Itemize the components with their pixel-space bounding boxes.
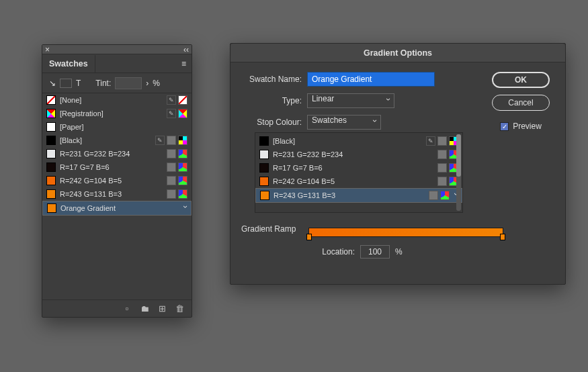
close-icon[interactable]: ×: [45, 45, 50, 54]
process-icon: [437, 136, 447, 146]
swatch-row[interactable]: [None]✎: [42, 93, 192, 107]
rgb-icon: [178, 176, 187, 185]
swatches-panel: × ‹‹ Swatches ≡ ↘ T Tint: › % [None]✎[Re…: [42, 44, 192, 318]
swatch-thumb: [46, 109, 56, 118]
panel-tabs: Swatches ≡: [42, 54, 192, 73]
swatch-thumb: [46, 189, 56, 199]
stop-list-item[interactable]: [Black]✎: [255, 134, 462, 148]
collapse-icon[interactable]: ‹‹: [183, 45, 189, 54]
swatch-row[interactable]: [Registration]✎: [42, 107, 192, 120]
location-unit: %: [395, 247, 403, 257]
location-input[interactable]: [360, 245, 390, 259]
swatch-row[interactable]: R=231 G=232 B=234: [42, 147, 192, 160]
swatch-label: R=17 G=7 B=6: [60, 163, 163, 171]
ok-button[interactable]: OK: [492, 72, 550, 88]
swatch-label: R=242 G=104 B=5: [273, 177, 433, 185]
swatch-thumb: [259, 136, 269, 146]
rgb-icon: [178, 189, 187, 199]
type-select[interactable]: Linear: [307, 93, 394, 108]
tint-step-icon[interactable]: ›: [146, 79, 149, 88]
swatch-label: [Registration]: [60, 109, 163, 118]
stop-list-item[interactable]: R=231 G=232 B=234: [255, 148, 462, 161]
swatch-thumb: [259, 177, 269, 186]
none-icon: [178, 95, 187, 105]
swatch-label: R=243 G=131 B=3: [274, 191, 425, 199]
process-icon: [167, 136, 176, 145]
swatch-label: R=243 G=131 B=3: [60, 190, 163, 198]
gradient-ramp[interactable]: [308, 228, 503, 237]
new-swatch-icon[interactable]: ⊞: [157, 304, 167, 314]
non-editable-icon: ✎: [426, 136, 435, 146]
swatch-list: [None]✎[Registration]✎[Paper][Black]✎R=2…: [42, 93, 192, 299]
swatch-name-input[interactable]: [307, 72, 435, 87]
rgb-icon: [440, 191, 450, 200]
swatch-thumb: [46, 122, 56, 132]
stop-colour-label: Stop Colour:: [241, 118, 302, 127]
swatch-thumb: [259, 163, 269, 173]
swatch-label: [Black]: [273, 137, 422, 145]
tint-input[interactable]: [115, 77, 142, 89]
process-icon: [167, 189, 176, 199]
tab-swatches[interactable]: Swatches: [42, 55, 95, 73]
swatch-label: Orange Gradient: [60, 204, 175, 212]
folder-icon[interactable]: 🖿: [139, 304, 150, 314]
swatch-row[interactable]: R=242 G=104 B=5: [42, 174, 192, 187]
preview-label: Preview: [513, 122, 542, 131]
swatch-thumb: [46, 162, 56, 172]
swatch-label: [Black]: [60, 136, 151, 144]
type-label: Type:: [241, 96, 302, 105]
swatch-row[interactable]: [Paper]: [42, 120, 192, 134]
tint-row: ↘ T Tint: › %: [42, 73, 192, 93]
swatch-row[interactable]: R=17 G=7 B=6: [42, 160, 192, 174]
tint-unit: %: [153, 79, 160, 88]
process-icon: [437, 150, 447, 159]
gradient-ramp-label: Gradient Ramp: [241, 224, 296, 234]
panel-footer: ▫ 🖿 ⊞ 🗑: [42, 299, 192, 317]
eyedropper-icon[interactable]: ↘: [49, 79, 56, 88]
stop-list-item[interactable]: R=17 G=7 B=6: [255, 161, 462, 175]
swatch-name-label: Swatch Name:: [241, 75, 302, 84]
process-icon: [167, 162, 176, 172]
non-editable-icon: ✎: [167, 95, 176, 105]
swatch-label: R=17 G=7 B=6: [273, 164, 433, 172]
process-icon: [437, 177, 447, 186]
gradient-stop-right[interactable]: [500, 234, 505, 240]
dialog-title: Gradient Options: [230, 44, 565, 62]
swatch-thumb: [260, 191, 269, 200]
process-icon: [167, 149, 176, 158]
cancel-button[interactable]: Cancel: [492, 95, 550, 111]
process-icon: [437, 163, 447, 173]
trash-icon[interactable]: 🗑: [174, 304, 185, 314]
rgb-icon: [178, 149, 187, 158]
stop-list-item[interactable]: R=242 G=104 B=5: [255, 175, 462, 188]
preview-checkbox[interactable]: ✓ Preview: [500, 122, 542, 131]
swatch-label: [Paper]: [60, 123, 183, 131]
panel-drag-handle[interactable]: × ‹‹: [42, 45, 192, 54]
swatch-row[interactable]: Orange Gradient: [42, 201, 192, 216]
text-format-icon[interactable]: T: [76, 79, 81, 88]
panel-menu-icon[interactable]: ≡: [176, 59, 192, 68]
process-icon: [167, 176, 176, 185]
stop-list-item[interactable]: R=243 G=131 B=3: [255, 188, 462, 203]
stop-colour-select[interactable]: Swatches: [307, 115, 381, 130]
check-icon: ✓: [500, 122, 509, 131]
swatch-thumb: [259, 150, 269, 159]
non-editable-icon: ✎: [155, 136, 165, 145]
swatch-label: R=242 G=104 B=5: [60, 177, 163, 185]
scrollbar[interactable]: [456, 134, 461, 211]
registration-icon: [178, 109, 187, 118]
gradient-stop-left[interactable]: [306, 234, 312, 240]
non-editable-icon: ✎: [167, 109, 176, 118]
swatch-label: R=231 G=232 B=234: [60, 150, 163, 158]
swatch-label: R=231 G=232 B=234: [273, 150, 433, 158]
location-label: Location:: [322, 247, 355, 257]
swatch-label: [None]: [60, 96, 163, 104]
noformat-icon[interactable]: [60, 79, 72, 88]
swatch-row[interactable]: R=243 G=131 B=3: [42, 187, 192, 201]
swatch-view-icon[interactable]: ▫: [122, 304, 132, 314]
swatch-thumb: [46, 136, 56, 145]
stop-colour-list: [Black]✎R=231 G=232 B=234R=17 G=7 B=6R=2…: [255, 132, 463, 213]
swatch-row[interactable]: [Black]✎: [42, 134, 192, 147]
cmyk-icon: [178, 136, 187, 145]
rgb-icon: [178, 162, 187, 172]
